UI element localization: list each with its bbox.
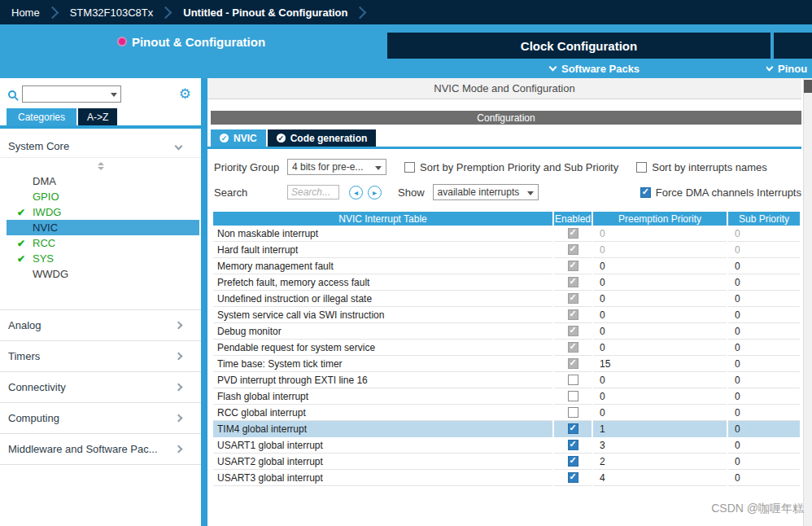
enabled-cell xyxy=(554,226,592,242)
nvic-table-row[interactable]: System service call via SWI instruction0… xyxy=(213,307,801,323)
preemption-priority-cell[interactable]: 0 xyxy=(593,372,727,388)
sidebar-item-dma[interactable]: DMA xyxy=(0,173,201,189)
sidebar-item-gpio[interactable]: GPIO xyxy=(0,189,201,204)
preemption-priority-cell[interactable]: 15 xyxy=(593,356,727,372)
sub-priority-cell[interactable]: 0 xyxy=(728,323,800,340)
preemption-priority-cell[interactable]: 0 xyxy=(593,242,727,258)
nvic-table-row[interactable]: Memory management fault00 xyxy=(213,258,801,274)
breadcrumb-home[interactable]: Home xyxy=(11,7,40,19)
enabled-checkbox[interactable] xyxy=(568,423,578,434)
enabled-checkbox[interactable] xyxy=(568,456,578,467)
sub-priority-cell[interactable]: 0 xyxy=(728,470,800,486)
sub-priority-cell[interactable]: 0 xyxy=(728,388,800,405)
preemption-priority-cell[interactable]: 0 xyxy=(593,226,727,242)
nvic-table-row[interactable]: USART3 global interrupt40 xyxy=(213,470,801,486)
sub-priority-cell[interactable]: 0 xyxy=(728,421,800,437)
sidebar-section-timers[interactable]: Timers xyxy=(0,341,201,372)
panel-scrollbar[interactable] xyxy=(803,78,812,526)
tab-code-generation[interactable]: Code generation xyxy=(268,129,377,147)
nvic-table-row[interactable]: Pendable request for system service00 xyxy=(213,340,801,356)
preemption-priority-cell[interactable]: 0 xyxy=(593,291,727,307)
sidebar-item-rcc[interactable]: ✔RCC xyxy=(0,235,201,251)
breadcrumb-mcu[interactable]: STM32F103C8Tx xyxy=(70,7,154,19)
preemption-priority-cell[interactable]: 0 xyxy=(593,274,727,291)
preemption-priority-cell[interactable]: 1 xyxy=(593,421,727,437)
sub-priority-cell[interactable]: 0 xyxy=(728,242,800,258)
interrupt-search-input[interactable] xyxy=(287,185,339,199)
tab-clock-configuration[interactable]: Clock Configuration xyxy=(387,33,771,59)
tab-partial-right[interactable] xyxy=(774,33,812,59)
preemption-priority-cell[interactable]: 0 xyxy=(593,258,727,274)
sidebar-search-input[interactable] xyxy=(22,85,121,103)
gear-icon[interactable]: ⚙ xyxy=(179,87,191,101)
preemption-priority-cell[interactable]: 2 xyxy=(593,454,727,470)
nvic-table-row[interactable]: Prefetch fault, memory access fault00 xyxy=(213,274,801,291)
sub-priority-cell[interactable]: 0 xyxy=(728,274,800,291)
enabled-checkbox[interactable] xyxy=(568,407,578,418)
sub-priority-cell[interactable]: 0 xyxy=(728,405,800,421)
configuration-bar: Configuration xyxy=(211,111,801,125)
sidebar-section-middleware-and-software-pac[interactable]: Middleware and Software Pac... xyxy=(0,434,201,465)
force-dma-checkbox[interactable] xyxy=(640,187,651,198)
search-next-button[interactable] xyxy=(368,186,382,199)
sidebar-item-nvic[interactable]: NVIC xyxy=(7,220,199,235)
sub-priority-cell[interactable]: 0 xyxy=(728,372,800,388)
sub-priority-cell[interactable]: 0 xyxy=(728,437,800,454)
sidebar-section-system-core[interactable]: System Core xyxy=(0,135,201,158)
sidebar-section-computing[interactable]: Computing xyxy=(0,403,201,434)
priority-group-select[interactable]: 4 bits for pre-e... xyxy=(287,159,386,175)
search-prev-button[interactable] xyxy=(349,186,363,199)
tab-nvic[interactable]: NVIC xyxy=(211,129,266,147)
col-header-sub-priority[interactable]: Sub Priority xyxy=(728,212,800,226)
nvic-table-row[interactable]: PVD interrupt through EXTI line 1600 xyxy=(213,372,801,388)
preemption-priority-cell[interactable]: 0 xyxy=(593,340,727,356)
sub-priority-cell[interactable]: 0 xyxy=(728,226,800,242)
sidebar-item-iwdg[interactable]: ✔IWDG xyxy=(0,204,201,220)
sort-names-checkbox[interactable] xyxy=(636,162,647,173)
sub-priority-cell[interactable]: 0 xyxy=(728,291,800,307)
sub-priority-cell[interactable]: 0 xyxy=(728,356,800,372)
show-select[interactable]: available interrupts xyxy=(433,184,539,200)
nvic-table-row[interactable]: Hard fault interrupt00 xyxy=(213,242,801,258)
col-header-interrupt-table[interactable]: NVIC Interrupt Table xyxy=(213,212,552,226)
preemption-priority-cell[interactable]: 0 xyxy=(593,307,727,323)
enabled-checkbox[interactable] xyxy=(568,375,578,385)
tab-pinout-configuration[interactable]: Pinout & Configuration xyxy=(0,24,384,59)
tab-a-z[interactable]: A->Z xyxy=(78,108,117,125)
sidebar-item-sys[interactable]: ✔SYS xyxy=(0,251,201,266)
scrollbar-thumb[interactable] xyxy=(804,80,812,93)
col-header-enabled[interactable]: Enabled xyxy=(554,212,592,226)
nvic-table-row[interactable]: RCC global interrupt00 xyxy=(213,405,801,421)
breadcrumb-project[interactable]: Untitled - Pinout & Configuration xyxy=(183,7,347,19)
col-header-preemption-priority[interactable]: Preemption Priority xyxy=(593,212,727,226)
sidebar-section-analog[interactable]: Analog xyxy=(0,310,201,341)
enabled-checkbox[interactable] xyxy=(568,472,578,483)
preemption-priority-cell[interactable]: 0 xyxy=(593,405,727,421)
nvic-table-row[interactable]: USART1 global interrupt30 xyxy=(213,437,801,454)
mode-title: NVIC Mode and Configuration xyxy=(207,78,801,99)
sub-priority-cell[interactable]: 0 xyxy=(728,258,800,274)
nvic-table-row[interactable]: TIM4 global interrupt10 xyxy=(213,421,801,437)
sidebar-section-connectivity[interactable]: Connectivity xyxy=(0,372,201,403)
sidebar-item-wwdg[interactable]: WWDG xyxy=(0,266,201,282)
sidebar-scrollbar[interactable] xyxy=(201,78,207,526)
sub-priority-cell[interactable]: 0 xyxy=(728,454,800,470)
pinout-menu[interactable]: Pinou xyxy=(766,59,812,78)
enabled-checkbox[interactable] xyxy=(568,440,578,450)
nvic-table-row[interactable]: Non maskable interrupt00 xyxy=(213,226,801,242)
nvic-table-row[interactable]: Undefined instruction or illegal state00 xyxy=(213,291,801,307)
preemption-priority-cell[interactable]: 0 xyxy=(593,323,727,340)
preemption-priority-cell[interactable]: 0 xyxy=(593,388,727,405)
nvic-table-row[interactable]: USART2 global interrupt20 xyxy=(213,454,801,470)
nvic-table-row[interactable]: Debug monitor00 xyxy=(213,323,801,340)
enabled-checkbox[interactable] xyxy=(568,391,578,401)
nvic-table-row[interactable]: Time base: System tick timer150 xyxy=(213,356,801,372)
software-packs-menu[interactable]: Software Packs xyxy=(550,59,640,78)
sub-priority-cell[interactable]: 0 xyxy=(728,307,800,323)
sub-priority-cell[interactable]: 0 xyxy=(728,340,800,356)
nvic-table-row[interactable]: Flash global interrupt00 xyxy=(213,388,801,405)
sort-premption-checkbox[interactable] xyxy=(404,162,415,173)
preemption-priority-cell[interactable]: 4 xyxy=(593,470,727,486)
tab-categories[interactable]: Categories xyxy=(7,108,76,125)
preemption-priority-cell[interactable]: 3 xyxy=(593,437,727,454)
